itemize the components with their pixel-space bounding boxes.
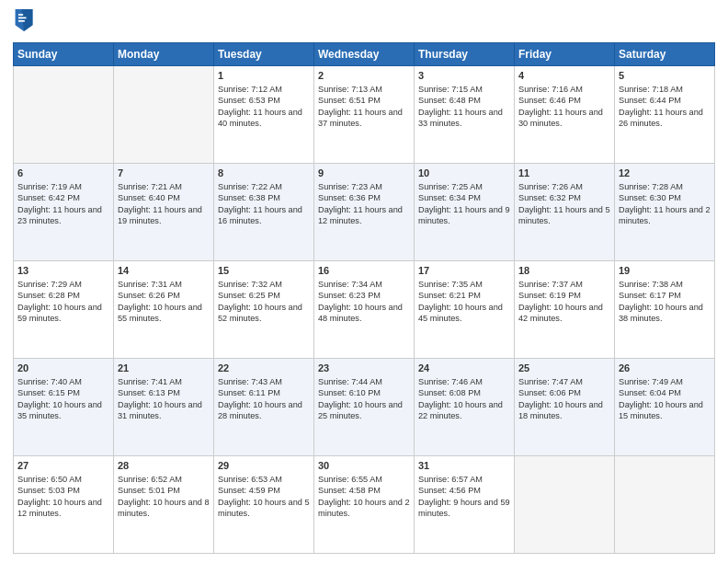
page-container: SundayMondayTuesdayWednesdayThursdayFrid… bbox=[0, 0, 728, 563]
day-number: 5 bbox=[619, 69, 711, 83]
day-number: 21 bbox=[118, 362, 210, 375]
day-content: Sunrise: 7:22 AM Sunset: 6:38 PM Dayligh… bbox=[218, 181, 310, 227]
day-header-monday: Monday bbox=[114, 43, 214, 66]
day-content: Sunrise: 7:21 AM Sunset: 6:40 PM Dayligh… bbox=[118, 181, 210, 227]
day-header-saturday: Saturday bbox=[615, 43, 715, 66]
calendar-header-row: SundayMondayTuesdayWednesdayThursdayFrid… bbox=[14, 43, 715, 66]
calendar-cell: 14Sunrise: 7:31 AM Sunset: 6:26 PM Dayli… bbox=[114, 261, 214, 359]
day-header-sunday: Sunday bbox=[14, 43, 114, 66]
calendar-cell: 11Sunrise: 7:26 AM Sunset: 6:32 PM Dayli… bbox=[515, 164, 615, 261]
svg-rect-4 bbox=[18, 20, 25, 22]
calendar-cell: 20Sunrise: 7:40 AM Sunset: 6:15 PM Dayli… bbox=[14, 359, 114, 456]
day-content: Sunrise: 7:32 AM Sunset: 6:25 PM Dayligh… bbox=[218, 279, 310, 325]
day-number: 1 bbox=[218, 69, 310, 83]
day-content: Sunrise: 6:52 AM Sunset: 5:01 PM Dayligh… bbox=[118, 474, 210, 520]
day-number: 2 bbox=[318, 69, 410, 83]
day-header-friday: Friday bbox=[515, 43, 615, 66]
calendar-cell: 15Sunrise: 7:32 AM Sunset: 6:25 PM Dayli… bbox=[214, 261, 314, 359]
day-header-tuesday: Tuesday bbox=[214, 43, 314, 66]
calendar-week-1: 1Sunrise: 7:12 AM Sunset: 6:53 PM Daylig… bbox=[14, 66, 715, 164]
day-content: Sunrise: 6:55 AM Sunset: 4:58 PM Dayligh… bbox=[318, 474, 410, 520]
calendar-cell: 6Sunrise: 7:19 AM Sunset: 6:42 PM Daylig… bbox=[14, 164, 114, 261]
calendar-cell: 12Sunrise: 7:28 AM Sunset: 6:30 PM Dayli… bbox=[615, 164, 715, 261]
day-content: Sunrise: 7:41 AM Sunset: 6:13 PM Dayligh… bbox=[118, 376, 210, 422]
day-content: Sunrise: 7:43 AM Sunset: 6:11 PM Dayligh… bbox=[218, 376, 310, 422]
day-content: Sunrise: 6:57 AM Sunset: 4:56 PM Dayligh… bbox=[418, 474, 510, 520]
day-number: 20 bbox=[17, 362, 109, 375]
calendar-body: 1Sunrise: 7:12 AM Sunset: 6:53 PM Daylig… bbox=[14, 66, 715, 554]
day-number: 8 bbox=[218, 167, 310, 180]
calendar-week-4: 20Sunrise: 7:40 AM Sunset: 6:15 PM Dayli… bbox=[14, 359, 715, 456]
day-number: 10 bbox=[418, 167, 510, 180]
calendar-cell: 27Sunrise: 6:50 AM Sunset: 5:03 PM Dayli… bbox=[14, 456, 114, 554]
calendar-cell: 4Sunrise: 7:16 AM Sunset: 6:46 PM Daylig… bbox=[515, 66, 615, 164]
calendar-cell: 13Sunrise: 7:29 AM Sunset: 6:28 PM Dayli… bbox=[14, 261, 114, 359]
day-number: 25 bbox=[518, 362, 610, 375]
day-content: Sunrise: 7:29 AM Sunset: 6:28 PM Dayligh… bbox=[17, 279, 109, 325]
day-content: Sunrise: 7:47 AM Sunset: 6:06 PM Dayligh… bbox=[518, 376, 610, 422]
day-content: Sunrise: 7:49 AM Sunset: 6:04 PM Dayligh… bbox=[619, 376, 711, 422]
calendar-cell: 8Sunrise: 7:22 AM Sunset: 6:38 PM Daylig… bbox=[214, 164, 314, 261]
calendar-cell: 29Sunrise: 6:53 AM Sunset: 4:59 PM Dayli… bbox=[214, 456, 314, 554]
calendar-cell: 31Sunrise: 6:57 AM Sunset: 4:56 PM Dayli… bbox=[415, 456, 515, 554]
day-number: 11 bbox=[518, 167, 610, 180]
day-content: Sunrise: 7:37 AM Sunset: 6:19 PM Dayligh… bbox=[518, 279, 610, 325]
day-number: 17 bbox=[418, 264, 510, 278]
day-number: 27 bbox=[17, 459, 109, 473]
day-number: 13 bbox=[17, 264, 109, 278]
day-number: 22 bbox=[218, 362, 310, 375]
day-number: 23 bbox=[318, 362, 410, 375]
day-content: Sunrise: 7:23 AM Sunset: 6:36 PM Dayligh… bbox=[318, 181, 410, 227]
day-number: 19 bbox=[619, 264, 711, 278]
day-number: 18 bbox=[518, 264, 610, 278]
logo bbox=[13, 9, 35, 35]
day-header-wednesday: Wednesday bbox=[314, 43, 415, 66]
calendar-cell bbox=[615, 456, 715, 554]
calendar-cell: 28Sunrise: 6:52 AM Sunset: 5:01 PM Dayli… bbox=[114, 456, 214, 554]
day-content: Sunrise: 7:26 AM Sunset: 6:32 PM Dayligh… bbox=[518, 181, 610, 227]
day-content: Sunrise: 7:31 AM Sunset: 6:26 PM Dayligh… bbox=[118, 279, 210, 325]
calendar-cell: 1Sunrise: 7:12 AM Sunset: 6:53 PM Daylig… bbox=[214, 66, 314, 164]
day-content: Sunrise: 7:13 AM Sunset: 6:51 PM Dayligh… bbox=[318, 84, 410, 130]
calendar-cell: 7Sunrise: 7:21 AM Sunset: 6:40 PM Daylig… bbox=[114, 164, 214, 261]
calendar-week-3: 13Sunrise: 7:29 AM Sunset: 6:28 PM Dayli… bbox=[14, 261, 715, 359]
calendar-cell: 24Sunrise: 7:46 AM Sunset: 6:08 PM Dayli… bbox=[415, 359, 515, 456]
day-number: 3 bbox=[418, 69, 510, 83]
day-number: 24 bbox=[418, 362, 510, 375]
day-number: 12 bbox=[619, 167, 711, 180]
calendar-cell: 22Sunrise: 7:43 AM Sunset: 6:11 PM Dayli… bbox=[214, 359, 314, 456]
day-content: Sunrise: 7:28 AM Sunset: 6:30 PM Dayligh… bbox=[619, 181, 711, 227]
day-number: 30 bbox=[318, 459, 410, 473]
day-number: 9 bbox=[318, 167, 410, 180]
day-content: Sunrise: 7:12 AM Sunset: 6:53 PM Dayligh… bbox=[218, 84, 310, 130]
calendar-cell: 21Sunrise: 7:41 AM Sunset: 6:13 PM Dayli… bbox=[114, 359, 214, 456]
calendar-week-2: 6Sunrise: 7:19 AM Sunset: 6:42 PM Daylig… bbox=[14, 164, 715, 261]
calendar-cell: 18Sunrise: 7:37 AM Sunset: 6:19 PM Dayli… bbox=[515, 261, 615, 359]
calendar-cell bbox=[114, 66, 214, 164]
calendar-cell bbox=[14, 66, 114, 164]
day-number: 7 bbox=[118, 167, 210, 180]
day-content: Sunrise: 6:53 AM Sunset: 4:59 PM Dayligh… bbox=[218, 474, 310, 520]
calendar-cell: 9Sunrise: 7:23 AM Sunset: 6:36 PM Daylig… bbox=[314, 164, 415, 261]
calendar-cell: 19Sunrise: 7:38 AM Sunset: 6:17 PM Dayli… bbox=[615, 261, 715, 359]
day-content: Sunrise: 7:46 AM Sunset: 6:08 PM Dayligh… bbox=[418, 376, 510, 422]
calendar-cell: 2Sunrise: 7:13 AM Sunset: 6:51 PM Daylig… bbox=[314, 66, 415, 164]
calendar-cell bbox=[515, 456, 615, 554]
calendar-week-5: 27Sunrise: 6:50 AM Sunset: 5:03 PM Dayli… bbox=[14, 456, 715, 554]
calendar-cell: 17Sunrise: 7:35 AM Sunset: 6:21 PM Dayli… bbox=[415, 261, 515, 359]
day-content: Sunrise: 6:50 AM Sunset: 5:03 PM Dayligh… bbox=[17, 474, 109, 520]
day-header-thursday: Thursday bbox=[415, 43, 515, 66]
day-number: 26 bbox=[619, 362, 711, 375]
svg-rect-3 bbox=[18, 17, 27, 19]
day-number: 4 bbox=[518, 69, 610, 83]
day-number: 28 bbox=[118, 459, 210, 473]
day-number: 15 bbox=[218, 264, 310, 278]
calendar-cell: 25Sunrise: 7:47 AM Sunset: 6:06 PM Dayli… bbox=[515, 359, 615, 456]
day-number: 6 bbox=[17, 167, 109, 180]
day-number: 29 bbox=[218, 459, 310, 473]
calendar-cell: 16Sunrise: 7:34 AM Sunset: 6:23 PM Dayli… bbox=[314, 261, 415, 359]
calendar-cell: 5Sunrise: 7:18 AM Sunset: 6:44 PM Daylig… bbox=[615, 66, 715, 164]
calendar-table: SundayMondayTuesdayWednesdayThursdayFrid… bbox=[13, 42, 715, 554]
calendar-cell: 23Sunrise: 7:44 AM Sunset: 6:10 PM Dayli… bbox=[314, 359, 415, 456]
day-content: Sunrise: 7:18 AM Sunset: 6:44 PM Dayligh… bbox=[619, 84, 711, 130]
